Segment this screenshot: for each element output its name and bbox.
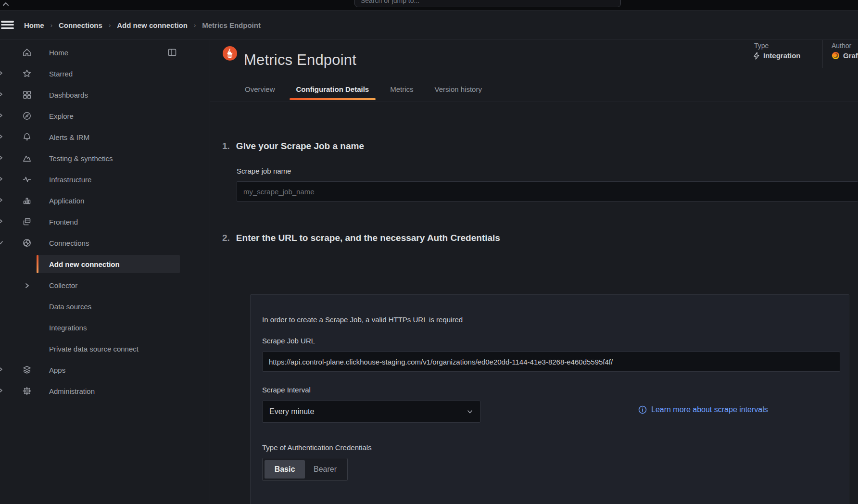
- auth-bearer-button[interactable]: Bearer: [305, 460, 345, 479]
- breadcrumb-bar: Home › Connections › Add new connection …: [0, 11, 858, 40]
- breadcrumb-separator: ›: [194, 22, 196, 29]
- bar-chart-icon: [22, 196, 32, 205]
- gear-icon: [22, 386, 32, 396]
- sidebar-item-apps[interactable]: Apps: [0, 359, 210, 380]
- breadcrumb-separator: ›: [109, 22, 111, 29]
- chevron-right-icon[interactable]: [0, 197, 3, 203]
- sidebar-item-explore[interactable]: Explore: [0, 105, 210, 126]
- type-label: Type: [754, 42, 769, 50]
- sidebar-item-alerts-irm[interactable]: Alerts & IRM: [0, 126, 210, 148]
- sidebar-item-frontend[interactable]: Frontend: [0, 211, 210, 232]
- main-content: Metrics Endpoint Type Integration Author: [210, 40, 858, 504]
- home-icon: [22, 48, 32, 57]
- type-value: Integration: [753, 51, 801, 60]
- chevron-right-icon[interactable]: [0, 218, 3, 224]
- sidebar-subitem-row: Data sources: [0, 296, 210, 317]
- dock-menu-icon[interactable]: [167, 48, 177, 57]
- sidebar-item-private-data-source-connect[interactable]: Private data source connect: [37, 340, 180, 358]
- scrape-interval-select[interactable]: Every minute: [262, 401, 480, 423]
- sidebar-item-dashboards[interactable]: Dashboards: [0, 84, 210, 105]
- sidebar-item-connections[interactable]: Connections: [0, 232, 210, 253]
- scrape-job-url-label: Scrape Job URL: [262, 337, 315, 345]
- breadcrumb-connections[interactable]: Connections: [59, 21, 102, 29]
- breadcrumb-separator: ›: [50, 22, 52, 29]
- search-placeholder: Search or jump to...: [361, 0, 419, 6]
- sidebar-subitem-row: Add new connection: [0, 253, 210, 275]
- breadcrumb-add-new-connection[interactable]: Add new connection: [117, 21, 188, 29]
- chevron-right-icon[interactable]: [0, 366, 3, 372]
- lightning-bolt-icon: [753, 52, 760, 60]
- chevron-right-icon[interactable]: [0, 176, 3, 182]
- chevron-right-icon[interactable]: [0, 155, 3, 161]
- rings-icon: [22, 238, 32, 248]
- auth-basic-button[interactable]: Basic: [265, 460, 305, 479]
- https-required-note: In order to create a Scrape Job, a valid…: [262, 315, 463, 324]
- sidebar-item-infrastructure[interactable]: Infrastructure: [0, 169, 210, 190]
- grafana-app: Search or jump to... Home › Connections …: [0, 0, 858, 504]
- sidebar-item-collector[interactable]: Collector: [37, 276, 180, 294]
- scrape-job-url-input[interactable]: [262, 352, 840, 372]
- dashboards-grid-icon: [22, 90, 32, 100]
- author-value: Grafana: [832, 51, 858, 60]
- sidebar-item-application[interactable]: Application: [0, 190, 210, 211]
- tab-version-history[interactable]: Version history: [428, 77, 489, 101]
- grafana-logo-icon: [832, 51, 840, 60]
- tab-bar: Overview Configuration Details Metrics V…: [238, 77, 489, 101]
- scrape-config-panel: In order to create a Scrape Job, a valid…: [250, 294, 849, 504]
- compass-icon: [22, 111, 32, 121]
- scrape-job-name-label: Scrape job name: [237, 167, 291, 175]
- hamburger-menu-icon[interactable]: [1, 19, 14, 31]
- sidebar-item-add-new-connection[interactable]: Add new connection: [37, 255, 180, 273]
- scrape-job-name-input[interactable]: [237, 181, 858, 202]
- mountain-icon: [22, 153, 32, 163]
- layers-icon: [22, 365, 32, 375]
- sidebar-subitem-row: Integrations: [0, 317, 210, 338]
- star-icon: [22, 69, 32, 78]
- nav-sidebar: Home Starred Dashboards: [0, 40, 210, 504]
- sidebar-item-administration[interactable]: Administration: [0, 380, 210, 402]
- chevron-right-icon[interactable]: [0, 113, 3, 118]
- auth-credentials-type-label: Type of Authentication Credentials: [262, 443, 372, 452]
- chevron-down-icon: [467, 408, 473, 415]
- chevron-down-icon[interactable]: [0, 239, 3, 245]
- tab-overview[interactable]: Overview: [238, 77, 282, 101]
- sidebar-item-integrations[interactable]: Integrations: [37, 318, 180, 337]
- chevron-right-icon[interactable]: [0, 91, 3, 97]
- windows-icon: [22, 217, 32, 227]
- pulse-icon: [22, 175, 32, 184]
- sidebar-item-home[interactable]: Home: [0, 42, 210, 63]
- chevron-right-icon[interactable]: [24, 283, 30, 289]
- sidebar-item-data-sources[interactable]: Data sources: [37, 297, 180, 315]
- info-icon: [638, 405, 647, 414]
- breadcrumb: Home › Connections › Add new connection …: [24, 21, 261, 29]
- chevron-right-icon[interactable]: [0, 134, 3, 139]
- bell-icon: [22, 132, 32, 142]
- sidebar-subitem-row: Collector: [0, 275, 210, 296]
- top-strip: Search or jump to...: [0, 0, 858, 11]
- divider: [822, 40, 823, 68]
- divider: [210, 101, 858, 101]
- tab-metrics[interactable]: Metrics: [383, 77, 420, 101]
- auth-type-segmented-control: Basic Bearer: [262, 458, 348, 481]
- breadcrumb-home[interactable]: Home: [24, 21, 44, 29]
- breadcrumb-current-page: Metrics Endpoint: [202, 21, 261, 29]
- chevron-right-icon[interactable]: [0, 388, 3, 393]
- page-title: Metrics Endpoint: [244, 51, 356, 69]
- sidebar-item-testing-synthetics[interactable]: Testing & synthetics: [0, 148, 210, 169]
- scrape-interval-label: Scrape Interval: [262, 386, 311, 394]
- search-input[interactable]: Search or jump to...: [354, 0, 621, 7]
- chevron-up-icon[interactable]: [2, 0, 10, 8]
- chevron-right-icon[interactable]: [0, 70, 3, 76]
- tab-configuration-details[interactable]: Configuration Details: [290, 77, 376, 101]
- step1-heading: 1. Give your Scrape Job a name: [222, 141, 364, 151]
- sidebar-subitem-row: Private data source connect: [0, 338, 210, 359]
- learn-more-scrape-intervals-link[interactable]: Learn more about scrape intervals: [638, 405, 768, 414]
- prometheus-icon: [223, 46, 237, 61]
- author-label: Author: [832, 42, 851, 50]
- sidebar-item-starred[interactable]: Starred: [0, 63, 210, 84]
- step2-heading: 2. Enter the URL to scrape, and the nece…: [222, 233, 500, 243]
